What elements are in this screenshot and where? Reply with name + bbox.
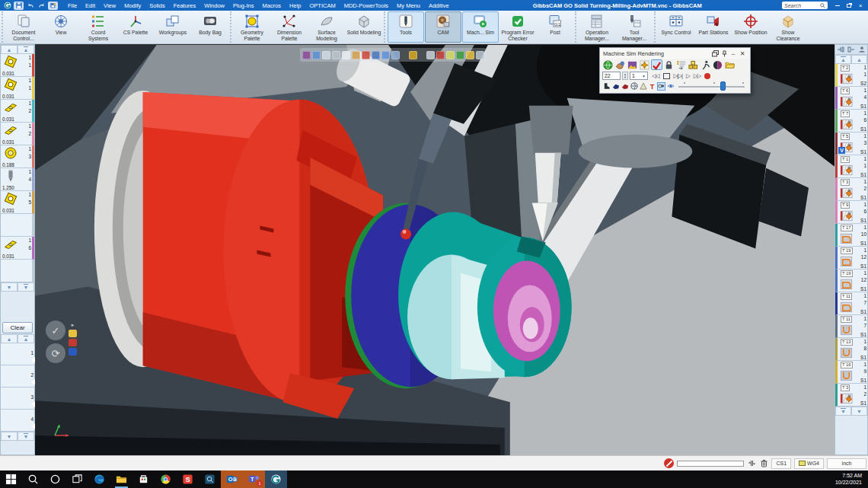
grid-icon[interactable] (381, 51, 390, 59)
taskbar-outlook-button[interactable]: O (221, 470, 243, 488)
slot-scroll-end-button[interactable]: ▼ (18, 432, 34, 441)
toolbar-geometry-palette[interactable]: Geometry Palette (234, 11, 270, 43)
toolbar-show-position[interactable]: Show Position (732, 11, 769, 43)
text-T-icon[interactable]: T (648, 82, 656, 91)
burst-icon[interactable] (639, 59, 650, 70)
toolbar-view[interactable]: View (43, 11, 79, 43)
render-globe-icon[interactable] (602, 59, 614, 70)
taskbar-clock[interactable]: 7:52 AM 10/22/2021 (835, 470, 868, 488)
toolbar-body-bag[interactable]: Body Bag (192, 11, 228, 43)
do-op-icon[interactable] (69, 348, 77, 356)
cone-icon[interactable] (639, 82, 647, 91)
gallery-icon[interactable] (391, 51, 400, 59)
toolbar-workgroups[interactable]: Workgroups (155, 11, 191, 43)
undo-button[interactable] (25, 2, 35, 10)
toolbar-operation-manager[interactable]: Operation Manager... (579, 11, 615, 43)
tool-tile-9[interactable]: 0.03116 (1, 237, 34, 260)
menu-help[interactable]: Help (286, 2, 305, 10)
units-indicator[interactable]: inch (827, 458, 866, 469)
sim-settings-icon[interactable] (675, 59, 687, 70)
section-sphere-icon[interactable] (712, 59, 723, 70)
menu-view[interactable]: View (100, 2, 120, 10)
sim-frame-input[interactable]: 22 (602, 72, 621, 80)
cursor-icon[interactable] (372, 51, 380, 59)
taskbar-edge-button[interactable] (88, 470, 110, 488)
taskbar-store-button[interactable] (132, 470, 155, 488)
sim-rewind-button[interactable]: ◁◁ (652, 72, 659, 79)
turret-tool-tile-14[interactable]: T 1619S1 (835, 361, 867, 384)
taskbar-snagit-button[interactable]: S (177, 470, 199, 488)
r-scroll-end-button[interactable]: ▼ (835, 407, 851, 416)
pie-icon[interactable] (466, 51, 474, 59)
coordinate-system-indicator[interactable]: CS1 (771, 458, 791, 469)
confirm-operation-button[interactable]: ✓ (46, 321, 65, 340)
slot-scroll-top-button[interactable]: ▲ (18, 334, 34, 343)
turret-tool-tile-12[interactable]: T 1117S1 (835, 315, 867, 338)
r-scroll-top-button[interactable]: ▲ (835, 55, 851, 64)
machine-sim-viewport[interactable]: ✓ ⟳ ▸ (35, 44, 834, 455)
toolbar-dimension-palette[interactable]: Dimension Palette (271, 11, 308, 43)
folder-mini-icon[interactable] (69, 330, 77, 337)
menu-opticam[interactable]: OPTICAM (306, 2, 340, 10)
save-as-button[interactable] (48, 2, 58, 10)
sim-float-button[interactable] (710, 49, 720, 58)
tool-tile-4[interactable]: 0.03112 (1, 123, 34, 145)
cube-green-icon[interactable] (456, 51, 464, 59)
turret-tool-tile-5[interactable]: T 111S1 (835, 155, 867, 178)
sim-speed-slider[interactable] (678, 81, 748, 91)
search-input[interactable]: Search (782, 2, 828, 9)
operator-icon[interactable] (858, 46, 866, 53)
clear-button[interactable]: Clear (2, 322, 33, 333)
menu-solids[interactable]: Solids (145, 2, 168, 10)
sim-frame-spinner[interactable]: ▲▼ (622, 72, 628, 80)
runner-icon[interactable] (700, 59, 711, 70)
menu-edit[interactable]: Edit (81, 2, 99, 10)
windows-tile-icon[interactable] (476, 51, 484, 59)
scroll-top-button[interactable]: ▲ (18, 45, 34, 54)
toolbar-mach-sim[interactable]: Mach... Sim (462, 11, 499, 43)
tool-tile-5[interactable]: 0.18813 (1, 145, 34, 168)
menu-macros[interactable]: Macros (259, 2, 286, 10)
tool-tile-1[interactable]: 0.03111 (1, 54, 34, 77)
taskbar-cortana-button[interactable] (44, 470, 66, 488)
turret-tool-tile-7[interactable]: T 916S1 (835, 201, 867, 224)
hand-material-icon[interactable] (614, 59, 626, 70)
process-slot-4[interactable]: 4 (1, 410, 34, 432)
cube-red-icon[interactable] (436, 51, 445, 59)
toolbar-coord-systems[interactable]: Coord Systems (80, 11, 116, 43)
process-slot-1[interactable]: 1 (1, 343, 34, 365)
turret-tool-tile-15[interactable]: T 312S1 (835, 384, 867, 407)
chuck-red-icon[interactable] (621, 82, 629, 91)
sim-slider-handle[interactable] (720, 81, 726, 91)
tool-tile-6[interactable]: 1.25014 (1, 168, 34, 191)
verify-check-icon[interactable] (651, 59, 662, 70)
sim-play-button[interactable]: ▷ (686, 72, 690, 79)
toolbar-cam[interactable]: CAM (425, 11, 461, 43)
sim-pin-button[interactable] (720, 49, 729, 58)
copy-icon[interactable] (342, 51, 350, 59)
menu-modify[interactable]: Modify (120, 2, 145, 10)
restore-button[interactable] (844, 2, 854, 10)
media-image-icon[interactable] (627, 59, 638, 70)
toolbar-show-clearance[interactable]: Show Clearance (770, 11, 806, 43)
turret-tool-tile-11[interactable]: T 1117S1 (835, 292, 867, 315)
turret-tool-tile-9[interactable]: T 19112S1 (835, 247, 867, 270)
turret-tool-tile-10[interactable]: T 19112S1 (835, 270, 867, 292)
toolbar-part-stations[interactable]: Part Stations (695, 11, 732, 43)
slot-scroll-up-button[interactable]: ▲ (1, 334, 18, 343)
collapse-arrows-icon[interactable] (747, 459, 756, 468)
select-box-icon[interactable] (312, 51, 321, 59)
expand-arrow-icon[interactable]: ▸ (69, 322, 77, 328)
toolbar-tool-manager[interactable]: Tool Manager... (616, 11, 653, 43)
tag-icon[interactable] (302, 51, 311, 59)
menu-plug-ins[interactable]: Plug-Ins (229, 2, 258, 10)
r-scroll-down-button[interactable]: ▼ (851, 407, 867, 416)
cube-outline-icon[interactable] (426, 51, 435, 59)
redo-op-icon[interactable] (69, 339, 77, 346)
redo-button[interactable] (37, 2, 46, 10)
turret-tool-tile-1[interactable]: T 211S2 (835, 64, 867, 87)
toolbar-tools[interactable]: Tools (388, 11, 424, 43)
slot-scroll-down-button[interactable]: ▼ (1, 432, 18, 441)
toolbar-sync-control[interactable]: Sync Control (658, 11, 694, 43)
tool-tile-2[interactable]: 0.03111 (1, 77, 34, 100)
